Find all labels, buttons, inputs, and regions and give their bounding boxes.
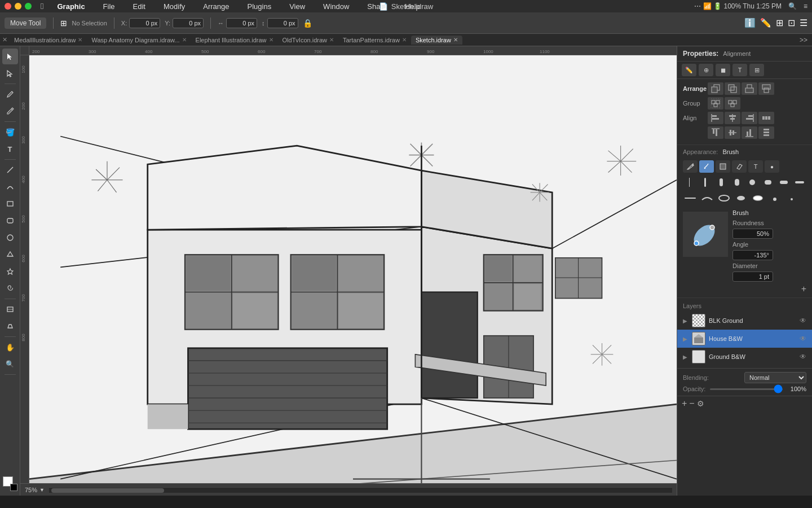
delete-layer-btn[interactable]: − bbox=[689, 398, 694, 409]
h-input[interactable] bbox=[267, 18, 298, 28]
stroke-4[interactable] bbox=[734, 192, 748, 204]
align-distribute-v[interactable] bbox=[758, 126, 774, 139]
tool-rect[interactable] bbox=[2, 196, 18, 212]
menu-edit[interactable]: Edit bbox=[129, 1, 150, 12]
tab-close-wasp[interactable]: ✕ bbox=[182, 37, 187, 43]
arrange-btn-top[interactable] bbox=[742, 82, 757, 95]
arrange-btn-backward[interactable] bbox=[725, 82, 740, 95]
maximize-button[interactable] bbox=[25, 3, 32, 10]
brush-size-1[interactable] bbox=[683, 176, 696, 189]
tab-close-btn[interactable]: ✕ bbox=[2, 36, 7, 43]
info-icon[interactable]: ℹ️ bbox=[744, 17, 756, 28]
zoom-control[interactable]: 75% ▼ bbox=[25, 487, 45, 493]
layers-icon[interactable]: ☰ bbox=[800, 17, 807, 28]
menu-graphic[interactable]: Graphic bbox=[52, 1, 89, 12]
angle-input[interactable] bbox=[732, 250, 773, 260]
panel-btn-resize[interactable]: ⊕ bbox=[699, 64, 713, 76]
diameter-input[interactable] bbox=[732, 271, 773, 282]
tool-pencil[interactable] bbox=[2, 103, 18, 119]
scrollbar-thumb[interactable] bbox=[51, 488, 164, 493]
align-left[interactable] bbox=[708, 112, 723, 124]
align-top[interactable] bbox=[708, 126, 723, 139]
roundness-input[interactable] bbox=[732, 229, 773, 239]
brush-paint-btn[interactable] bbox=[699, 160, 714, 173]
menu-expand-icon[interactable]: ≡ bbox=[804, 2, 807, 10]
eye-icon-house[interactable]: 👁 bbox=[800, 335, 806, 343]
brush-size-3[interactable] bbox=[714, 176, 728, 189]
constrain-icon[interactable]: 🔒 bbox=[303, 19, 312, 28]
eye-icon-blk[interactable]: 👁 bbox=[800, 317, 806, 325]
eye-icon-ground[interactable]: 👁 bbox=[800, 353, 806, 361]
tool-select[interactable] bbox=[2, 49, 18, 64]
menu-plugins[interactable]: Plugins bbox=[243, 1, 276, 12]
minimize-button[interactable] bbox=[15, 3, 21, 10]
apple-menu[interactable]:  bbox=[41, 1, 43, 12]
swatch-container[interactable] bbox=[3, 476, 17, 491]
scrollbar-horizontal[interactable] bbox=[49, 487, 672, 493]
tool-hand[interactable]: ✋ bbox=[2, 339, 18, 355]
tab-sketch[interactable]: Sketch.idraw ✕ bbox=[411, 36, 462, 45]
pencil-icon[interactable]: ✏️ bbox=[760, 17, 771, 28]
tab-close-medal[interactable]: ✕ bbox=[78, 37, 82, 43]
tool-direct-select[interactable] bbox=[2, 65, 18, 81]
arrange-btn-forward[interactable] bbox=[708, 82, 723, 95]
tab-close-tartan[interactable]: ✕ bbox=[402, 37, 407, 43]
brush-text-btn[interactable]: T bbox=[748, 160, 763, 173]
swatch-background[interactable] bbox=[10, 484, 17, 491]
brush-dot-btn[interactable]: ● bbox=[765, 160, 779, 173]
layer-ground-bw[interactable]: ▶ Ground B&W 👁 bbox=[677, 348, 812, 366]
layer-settings-btn[interactable]: ⚙ bbox=[697, 399, 704, 408]
panel-btn-text[interactable]: T bbox=[732, 64, 747, 76]
panel-btn-arrange[interactable]: ⊞ bbox=[749, 64, 764, 76]
arrange-btn-bottom[interactable] bbox=[758, 82, 774, 95]
stroke-7[interactable] bbox=[784, 192, 799, 204]
tab-close-oldtv[interactable]: ✕ bbox=[329, 37, 334, 43]
tool-text[interactable]: T bbox=[2, 141, 18, 157]
align-middle-h[interactable] bbox=[725, 126, 740, 139]
brush-size-5[interactable] bbox=[746, 176, 760, 189]
panel-btn-pen[interactable]: ✏️ bbox=[682, 64, 696, 76]
tab-wasp[interactable]: Wasp Anatomy Diagram.idraw... ✕ bbox=[87, 36, 191, 45]
brush-pen-btn[interactable] bbox=[683, 160, 698, 173]
panel-btn-fill[interactable]: ◼ bbox=[716, 64, 730, 76]
tab-oldtv[interactable]: OldTvIcon.idraw ✕ bbox=[278, 36, 338, 45]
opacity-slider[interactable] bbox=[710, 388, 783, 390]
tool-rect-2[interactable] bbox=[2, 301, 18, 317]
tool-spiral[interactable] bbox=[2, 281, 18, 296]
stroke-5[interactable] bbox=[751, 192, 765, 204]
search-icon[interactable]: 🔍 bbox=[788, 2, 797, 10]
layer-blk-ground[interactable]: ▶ BLK Ground 👁 bbox=[677, 312, 812, 330]
menu-view[interactable]: View bbox=[285, 1, 310, 12]
menu-arrange[interactable]: Arrange bbox=[198, 1, 233, 12]
w-input[interactable] bbox=[226, 18, 257, 28]
align-distribute[interactable] bbox=[758, 112, 774, 124]
ungroup-btn[interactable] bbox=[725, 97, 740, 110]
add-button[interactable]: + bbox=[801, 284, 806, 294]
menu-modify[interactable]: Modify bbox=[159, 1, 189, 12]
stroke-6[interactable] bbox=[767, 192, 782, 204]
arrange-btn-1[interactable]: ⊞ bbox=[60, 19, 67, 28]
brush-size-2[interactable] bbox=[699, 176, 712, 189]
tool-polygon[interactable] bbox=[2, 247, 18, 262]
tab-close-sketch[interactable]: ✕ bbox=[453, 37, 458, 43]
brush-size-8[interactable] bbox=[793, 176, 806, 189]
menu-window[interactable]: Window bbox=[319, 1, 354, 12]
menu-file[interactable]: File bbox=[99, 1, 120, 12]
align-bottom[interactable] bbox=[742, 126, 757, 139]
brush-erase-btn[interactable] bbox=[732, 160, 747, 173]
tabs-overflow[interactable]: >> bbox=[797, 36, 810, 44]
tool-curve[interactable] bbox=[2, 179, 18, 195]
stroke-2[interactable] bbox=[700, 192, 714, 204]
tool-star[interactable] bbox=[2, 264, 18, 279]
expand-icon-blk[interactable]: ▶ bbox=[683, 318, 689, 324]
tool-zoom[interactable]: 🔍 bbox=[2, 356, 18, 372]
tool-ellipse[interactable] bbox=[2, 230, 18, 246]
blending-select[interactable]: Normal Multiply Screen bbox=[744, 372, 806, 383]
x-input[interactable] bbox=[129, 18, 160, 28]
grid-icon[interactable]: ⊞ bbox=[776, 17, 783, 28]
tool-paint-bucket[interactable]: 🪣 bbox=[2, 124, 18, 140]
tool-pen[interactable] bbox=[2, 86, 18, 102]
stroke-3[interactable] bbox=[717, 192, 731, 204]
group-btn[interactable] bbox=[708, 97, 723, 110]
expand-icon-ground[interactable]: ▶ bbox=[683, 354, 689, 360]
